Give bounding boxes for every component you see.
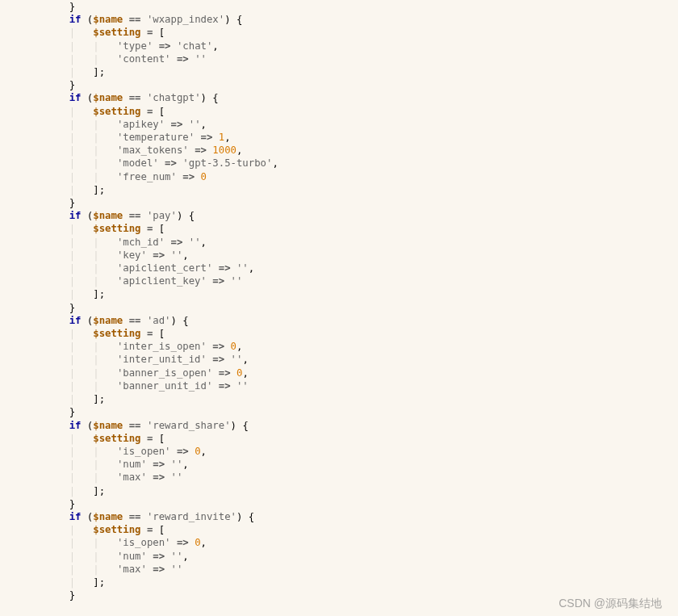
code-block: } if ($name == 'wxapp_index') { | $setti… bbox=[0, 0, 678, 601]
